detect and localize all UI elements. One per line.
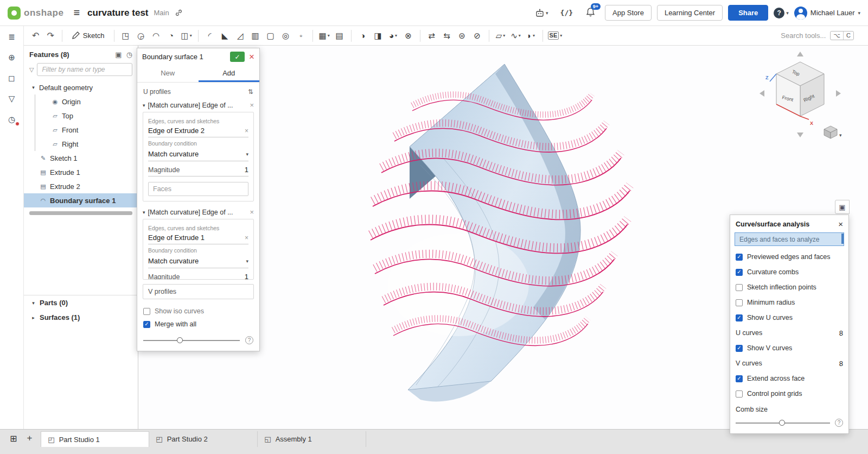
slider-handle[interactable] (779, 420, 785, 426)
tab-assembly-1[interactable]: ◱Assembly 1 (258, 431, 366, 447)
history-icon[interactable]: ◷ (126, 51, 132, 59)
magnitude-field[interactable]: Magnitude 1 (148, 268, 248, 280)
tab-new[interactable]: New (137, 65, 199, 82)
rotate-up-arrow-icon[interactable] (797, 52, 803, 56)
confirm-button[interactable]: ✓ (230, 52, 245, 62)
collapse-caret-icon[interactable]: ▾ (143, 103, 145, 108)
dialog-opacity-slider[interactable] (143, 340, 240, 341)
rotate-down-arrow-icon[interactable] (797, 133, 803, 137)
versions-icon[interactable]: ◷ (5, 113, 19, 126)
tab-add[interactable]: Add (199, 65, 260, 82)
control-point-grids-checkbox[interactable] (736, 390, 743, 398)
workspace-name[interactable]: Main (154, 9, 169, 17)
linear-pattern-icon[interactable]: ▦▾ (317, 28, 332, 43)
boundary-condition-select[interactable]: Match curvature ▾ (148, 148, 248, 161)
cancel-button[interactable]: × (249, 52, 254, 61)
show-iso-curves-checkbox[interactable] (143, 308, 150, 315)
split-icon[interactable]: ◨ (371, 28, 386, 43)
revolve-icon[interactable]: ◶ (133, 28, 149, 43)
shell-icon[interactable]: ▢ (263, 28, 278, 43)
undo-icon[interactable]: ↶ (28, 30, 43, 41)
clear-selection-icon[interactable]: × (245, 234, 248, 242)
thicken-icon[interactable]: ◫▾ (179, 28, 194, 43)
chamfer-icon[interactable]: ◣ (218, 28, 233, 43)
search-tools[interactable]: Search tools... ⌥ C (781, 31, 854, 40)
reorder-icon[interactable]: ⇅ (248, 88, 253, 96)
plane-icon[interactable]: ▱▾ (493, 28, 508, 43)
rollback-bar[interactable] (29, 211, 132, 215)
view-cube[interactable]: Top Front Right Z X ▾ (757, 50, 844, 141)
tab-part-studio-2[interactable]: ◰Part Studio 2 (149, 431, 258, 447)
delete-face-icon[interactable]: ⊘ (470, 28, 485, 43)
boundary-condition-select[interactable]: Match curvature ▾ (148, 255, 248, 268)
surfaces-caret-icon[interactable]: ▸ (30, 315, 36, 320)
comments-icon[interactable]: ◻ (5, 72, 19, 85)
main-menu-icon[interactable]: ≡ (73, 7, 80, 19)
draft-icon[interactable]: ◿ (233, 28, 248, 43)
minimum-radius-checkbox[interactable] (736, 299, 743, 306)
close-icon[interactable]: × (838, 220, 843, 228)
point-icon[interactable]: ◦ (293, 28, 309, 43)
faces-field[interactable]: Faces (148, 182, 248, 196)
surfaces-section[interactable]: ▸ Surfaces (1) (24, 310, 138, 325)
surface-icon[interactable]: ◗▾ (524, 28, 539, 43)
edges-field[interactable]: Edge of Extrude 2 × (148, 125, 248, 137)
notifications-bell-icon[interactable]: 9+ (582, 7, 599, 18)
learning-center-button[interactable]: Learning Center (657, 5, 723, 21)
feature-right[interactable]: ▱Right (24, 137, 138, 151)
profile-1-header[interactable]: ▾ [Match curvature] Edge of ... × (143, 99, 254, 112)
fillet-icon[interactable]: ◜ (202, 28, 218, 43)
add-tab-icon[interactable]: + (21, 431, 37, 445)
delete-part-icon[interactable]: ⊗ (401, 28, 416, 43)
boolean-icon[interactable]: ◑ (355, 28, 371, 43)
remove-profile-icon[interactable]: × (250, 101, 254, 109)
merge-with-all-checkbox[interactable] (143, 321, 150, 328)
share-button[interactable]: Share (728, 5, 768, 21)
v-curves-value[interactable]: 8 (839, 360, 843, 368)
featurescript-icon[interactable]: {/} (557, 9, 576, 17)
curve-icon[interactable]: ∿▾ (508, 28, 524, 43)
share-link-icon[interactable] (175, 9, 183, 17)
tab-part-studio-1[interactable]: ◰Part Studio 1 (41, 431, 149, 447)
redo-icon[interactable]: ↷ (43, 30, 58, 41)
remove-profile-icon[interactable]: × (250, 208, 254, 216)
insights-robot-icon[interactable]: ▾ (532, 9, 552, 17)
extrude-icon[interactable]: ◳ (118, 28, 133, 43)
help-menu[interactable]: ? ▾ (774, 8, 789, 18)
v-profiles-field[interactable]: V profiles (143, 284, 254, 299)
feature-sketch-1[interactable]: ✎Sketch 1 (24, 151, 138, 165)
offset-surface-icon[interactable]: ⊜ (455, 28, 470, 43)
merge-with-all-row[interactable]: Merge with all (143, 318, 254, 331)
tree-caret-icon[interactable]: ▾ (30, 85, 36, 90)
modify-fillet-icon[interactable]: ◕▾ (386, 28, 401, 43)
rotate-left-arrow-icon[interactable] (760, 90, 764, 97)
rotate-right-arrow-icon[interactable] (836, 90, 841, 97)
analysis-tools-icon[interactable]: ▽ (5, 92, 19, 105)
parts-section[interactable]: ▾ Parts (0) (24, 295, 138, 310)
magnitude-field[interactable]: Magnitude 1 (148, 161, 248, 176)
app-store-button[interactable]: App Store (605, 5, 652, 21)
input-scrollbar[interactable] (841, 234, 844, 244)
tab-manager-icon[interactable]: ⊞ (5, 431, 21, 446)
analysis-panel-toggle[interactable]: ▣ (835, 200, 850, 214)
sweep-icon[interactable]: ◠ (149, 28, 164, 43)
mirror-icon[interactable]: ▤ (332, 28, 347, 43)
feature-top[interactable]: ▱Top (24, 109, 138, 123)
show-iso-curves-row[interactable]: Show iso curves (143, 305, 254, 318)
feature-list-icon[interactable]: ≣ (5, 30, 19, 43)
feature-boundary-surface-1[interactable]: ◠Boundary surface 1 (24, 193, 138, 207)
feature-origin[interactable]: ◉Origin (24, 94, 138, 109)
feature-front[interactable]: ▱Front (24, 123, 138, 137)
sheet-metal-icon[interactable]: SE▾ (547, 28, 564, 43)
previewed-edges-and-faces-checkbox[interactable] (736, 254, 743, 261)
feature-default-geometry[interactable]: ▾Default geometry (24, 80, 138, 94)
sketch-inflection-points-checkbox[interactable] (736, 284, 743, 291)
edges-to-analyze-input[interactable] (735, 232, 844, 246)
curvature-combs-checkbox[interactable] (736, 269, 743, 276)
feature-extrude-1[interactable]: ▤Extrude 1 (24, 165, 138, 179)
sketch-button[interactable]: Sketch (66, 30, 110, 41)
user-menu[interactable]: Michael Lauer ▾ (794, 7, 860, 20)
replace-face-icon[interactable]: ⇆ (439, 28, 455, 43)
rib-icon[interactable]: ▥ (248, 28, 263, 43)
extend-across-face-checkbox[interactable] (736, 375, 743, 382)
